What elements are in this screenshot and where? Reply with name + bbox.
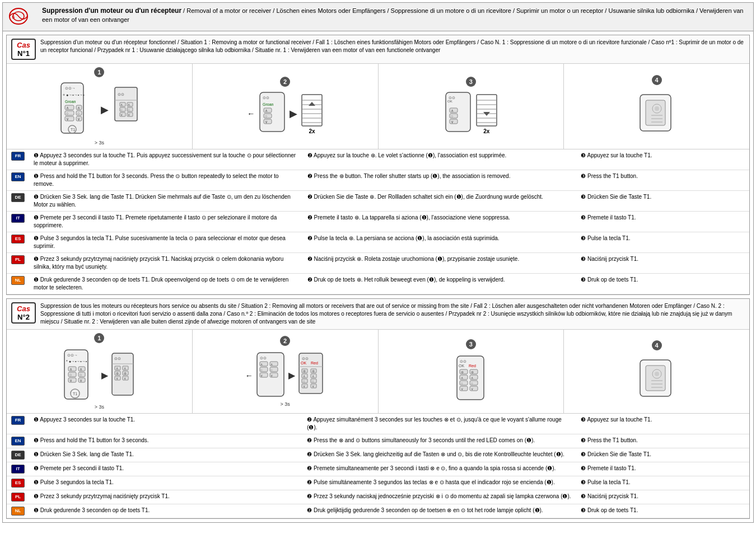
- s2-step1-time: > 3s: [95, 404, 104, 410]
- step3-text: ❸ Appuyez sur la touche T1.: [576, 149, 749, 170]
- cas2-badge: Cas N°2: [11, 302, 36, 324]
- instruction-row: PL ❶ Przez 3 sekundy przytrzymaj naciśni…: [7, 490, 749, 504]
- svg-text:∨: ∨: [471, 387, 473, 391]
- svg-text:⊙⊙→: ⊙⊙→: [65, 86, 76, 90]
- step1-text: ❶ Pulse 3 segundos la tecla T1.: [29, 476, 302, 490]
- svg-text:∨: ∨: [265, 120, 268, 124]
- svg-text:⊙⊙: ⊙⊙: [114, 357, 121, 360]
- situation1-step4: 4: [564, 64, 749, 149]
- svg-text:∧: ∧: [116, 367, 118, 370]
- lang-cell: EN: [7, 434, 29, 448]
- header-text: Suppression d'un moteur ou d'un récepteu…: [42, 6, 748, 24]
- lang-badge: IT: [11, 214, 25, 223]
- svg-rect-45: [302, 95, 322, 126]
- svg-text:∧: ∧: [128, 103, 130, 106]
- lang-badge: ES: [11, 479, 25, 488]
- situation1-block: Cas N°1 Suppression d'un moteur ou d'un …: [6, 35, 750, 295]
- svg-text:⊛: ⊛: [461, 371, 464, 374]
- situation2-desc: Suppression de tous les moteurs ou récep…: [40, 302, 745, 326]
- svg-text:OK: OK: [459, 364, 464, 368]
- situation1-header: Cas N°1 Suppression d'un moteur ou d'un …: [7, 35, 749, 64]
- svg-text:∧: ∧: [471, 376, 473, 380]
- svg-text:∨: ∨: [461, 387, 463, 391]
- instruction-row: NL ❶ Druk gedurende 3 seconden op de toe…: [7, 504, 749, 518]
- lang-badge: ES: [11, 235, 25, 243]
- svg-point-73: [655, 106, 659, 111]
- s2-step3: 3 ⊙⊙ OK Red ⊛ ∧ ○ ∨: [379, 330, 564, 413]
- step3-shutter2-svg: [475, 93, 498, 127]
- s2-step1-num: 1: [94, 333, 104, 343]
- lang-badge: FR: [11, 416, 25, 425]
- lang-badge: DE: [11, 193, 25, 202]
- step1-remote-svg: ⊙⊙→ + ●→•→•→• Groan ∧ ○ ∨ ∧ ○: [58, 82, 97, 138]
- lang-cell: PL: [7, 253, 29, 274]
- svg-text:∧: ∧: [451, 109, 454, 113]
- svg-text:⊛: ⊛: [124, 372, 127, 375]
- situation1-steps-row: 1 ⊙⊙→ + ●→•→•→• Groan ∧ ○ ∨: [7, 64, 749, 149]
- step3-x2: 2x: [483, 128, 489, 134]
- svg-text:∧: ∧: [303, 374, 305, 378]
- step3-remote-svg: ⊙⊙ OK ∧ ○ ∨: [444, 91, 472, 136]
- lang-cell: NL: [7, 504, 29, 518]
- step2-x2: 2x: [309, 128, 315, 134]
- step1-text: ❶ Premete per 3 secondi il tasto T1.: [29, 462, 302, 476]
- step3-text: ❸ Appuyez sur la touche T1.: [576, 414, 749, 434]
- svg-text:⊛: ⊛: [312, 369, 315, 373]
- s2-step1: 1 ⊙⊙→ * ●→•→•→• ∧ ○ ∨ ∧: [7, 330, 193, 413]
- svg-text:∧: ∧: [69, 367, 72, 371]
- no2-label: N°2: [16, 313, 31, 321]
- svg-text:∨: ∨: [116, 377, 118, 380]
- step3-text: ❸ Drücken Sie die Taste T1.: [576, 191, 749, 212]
- step2-text: ❷ Appuyez sur la touche ⊛. Le volet s'ac…: [303, 149, 576, 170]
- svg-text:○: ○: [260, 368, 263, 372]
- svg-text:T1: T1: [73, 392, 77, 396]
- s2-step2-num: 2: [280, 336, 290, 346]
- svg-text:○: ○: [69, 373, 72, 377]
- step1-text: ❶ Press and hold the T1 button for 3 sec…: [29, 170, 303, 191]
- step2-text: ❷ Przez 3 sekundy naciskaj jednocześnie …: [302, 490, 576, 504]
- logo: S: [8, 6, 36, 27]
- lang-badge: FR: [11, 152, 25, 161]
- step3-text: ❸ Naciśnij przycisk T1.: [576, 490, 749, 504]
- step3-text: ❸ Press the T1 button.: [576, 170, 749, 191]
- svg-text:⊙⊙: ⊙⊙: [449, 96, 455, 100]
- step2-shutter-svg: [301, 93, 323, 127]
- step1-text: ❶ Druk gedurende 3 seconden op de toets …: [29, 504, 302, 518]
- step3-text: ❸ Press the T1 button.: [576, 434, 749, 448]
- situation2-block: Cas N°2 Suppression de tous les moteurs …: [6, 298, 750, 519]
- svg-text:∨: ∨: [69, 378, 72, 382]
- svg-text:∨: ∨: [77, 117, 80, 121]
- step2-text: ❷ Druk op de toets ⊛. Het rolluik beweeg…: [303, 274, 576, 294]
- step1-text: ❶ Przez 3 sekundy przytrzymaj naciśnięty…: [29, 490, 302, 504]
- s2-step4: 4: [564, 330, 749, 413]
- svg-text:○: ○: [265, 114, 267, 118]
- step1-text: ❶ Przez 3 sekundy przytrzymaj naciśnięty…: [29, 253, 303, 274]
- svg-text:∨: ∨: [260, 374, 263, 377]
- lang-cell: PL: [7, 490, 29, 504]
- situation1-step1: 1 ⊙⊙→ + ●→•→•→• Groan ∧ ○ ∨: [7, 64, 193, 149]
- step3-num: 3: [466, 77, 476, 87]
- step1-text: ❶ Drücken Sie 3 Sek. lang die Taste T1. …: [29, 191, 303, 212]
- lang-cell: NL: [7, 274, 29, 294]
- instruction-row: IT ❶ Premete per 3 secondi il tasto T1. …: [7, 462, 749, 476]
- svg-text:⊛: ⊛: [303, 369, 306, 373]
- lang-badge: NL: [11, 507, 25, 516]
- svg-text:○: ○: [120, 108, 123, 111]
- svg-text:∨: ∨: [124, 377, 126, 380]
- main-container: S Suppression d'un moteur ou d'un récept…: [2, 2, 754, 523]
- situation2-steps-row: 1 ⊙⊙→ * ●→•→•→• ∧ ○ ∨ ∧: [7, 330, 749, 414]
- step2-text: ❷ Press the ⊛ button. The roller shutter…: [303, 170, 576, 191]
- s2-step2-motor-led-svg: ⊙⊙ OK Red ⊛ ∧ ○ ∨ ⊛: [297, 352, 325, 399]
- svg-text:∨: ∨: [312, 385, 314, 388]
- svg-text:○: ○: [270, 368, 273, 372]
- svg-text:⊙⊙: ⊙⊙: [302, 357, 309, 360]
- svg-text:T1: T1: [71, 128, 75, 132]
- instruction-row: NL ❶ Druk gedurende 3 seconden op de toe…: [7, 274, 749, 294]
- svg-text:○: ○: [461, 382, 463, 385]
- svg-text:S: S: [12, 15, 15, 20]
- step2-text: ❷ Premete il tasto ⊛. La tapparella si a…: [303, 212, 576, 232]
- lang-cell: DE: [7, 448, 29, 462]
- svg-text:⊙⊙→: ⊙⊙→: [67, 353, 78, 357]
- step1-text: ❶ Druk gedurende 3 seconden op de toets …: [29, 274, 303, 294]
- lang-badge: EN: [11, 437, 25, 446]
